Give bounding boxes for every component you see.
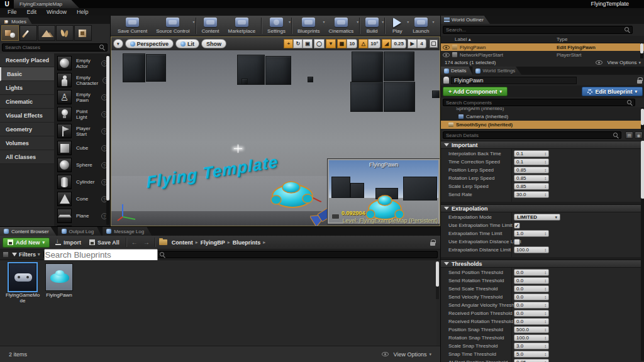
class-item-point-light[interactable]: Point Light? xyxy=(54,106,110,123)
scene-cube[interactable] xyxy=(265,56,291,85)
type-column-header[interactable]: Type xyxy=(557,36,567,42)
level-tab[interactable]: FlyingExampleMap xyxy=(14,0,79,8)
scene-cube[interactable] xyxy=(384,52,414,81)
scrollbar-thumb[interactable] xyxy=(640,43,643,53)
class-item-empty-character[interactable]: Empty Character? xyxy=(54,72,110,89)
chevron-down-icon[interactable]: ▾ xyxy=(357,19,358,24)
search-assets-input[interactable] xyxy=(44,249,158,261)
chevron-down-icon[interactable]: ▾ xyxy=(382,19,384,24)
section-header-important[interactable]: Important xyxy=(441,141,641,149)
breadcrumb-blueprints[interactable]: Blueprints xyxy=(231,239,262,246)
outliner-row-type[interactable]: Edit FlyingPawn xyxy=(557,45,644,50)
number-field-received-rotation-threshold[interactable]: 0.0↕ xyxy=(514,318,549,325)
tab-message-log[interactable]: Message Log xyxy=(103,227,152,236)
component-springarm[interactable]: SpringArm (Inherited) xyxy=(441,107,644,112)
scene-cube[interactable] xyxy=(432,90,440,98)
scrollbar-thumb[interactable] xyxy=(106,56,109,200)
spinner-icon[interactable]: ↕ xyxy=(545,352,547,356)
class-item-plane[interactable]: Plane? xyxy=(54,207,110,224)
category-geometry[interactable]: Geometry xyxy=(0,123,54,136)
number-field-extrapolation-time-limit[interactable]: 1.0↕ xyxy=(514,230,549,237)
component-smoothsync[interactable]: SmoothSync (Inherited) xyxy=(441,121,644,129)
sun-sprite-icon[interactable] xyxy=(234,145,242,153)
menu-edit[interactable]: Edit xyxy=(22,8,42,16)
toolbar-content-button[interactable]: Content xyxy=(197,16,224,36)
camera-mode-button[interactable]: Perspective xyxy=(125,39,174,48)
viewport-scene[interactable]: Flying Template xyxy=(111,50,440,226)
scrollbar-thumb[interactable] xyxy=(436,261,439,287)
class-list-scrollbar[interactable] xyxy=(106,55,109,225)
spinner-icon[interactable]: ↕ xyxy=(545,231,547,236)
world-local-toggle-button[interactable]: ◯ xyxy=(314,39,325,48)
spinner-icon[interactable]: ↕ xyxy=(545,311,547,315)
spinner-icon[interactable]: ↕ xyxy=(545,278,547,283)
breadcrumb-content[interactable]: Content xyxy=(170,239,194,246)
category-all-classes[interactable]: All Classes xyxy=(0,150,54,164)
mode-place-button[interactable] xyxy=(1,25,19,41)
search-details-input[interactable] xyxy=(443,133,611,138)
spinner-icon[interactable]: ↕ xyxy=(545,192,547,197)
back-button[interactable]: ← xyxy=(130,239,139,246)
toolbar-save-current-button[interactable]: Save Current xyxy=(113,16,152,36)
details-scrollbar[interactable] xyxy=(641,141,644,361)
tab-details[interactable]: Details xyxy=(441,67,472,75)
menu-file[interactable]: File xyxy=(3,8,22,16)
spinner-icon[interactable]: ↕ xyxy=(545,327,547,332)
edit-blueprint-button[interactable]: Edit Blueprint ▾ xyxy=(582,87,643,96)
mode-foliage-button[interactable] xyxy=(56,25,74,41)
scene-cube[interactable] xyxy=(242,79,248,85)
menu-window[interactable]: Window xyxy=(42,8,72,16)
asset-flyingpawn[interactable]: FlyingPawn xyxy=(42,263,77,298)
mode-geometry-button[interactable] xyxy=(74,25,92,41)
number-field-interpolation-back-time[interactable]: 0.1↕ xyxy=(514,150,549,157)
toolbar-launch-button[interactable]: ▾Launch xyxy=(408,16,433,36)
class-item-empty-actor[interactable]: Empty Actor? xyxy=(54,55,110,72)
class-item-player-start[interactable]: Player Start? xyxy=(54,123,110,140)
maximize-viewport-button[interactable] xyxy=(430,40,438,48)
viewport-options-button[interactable]: ▾ xyxy=(113,39,123,48)
category-recently-placed[interactable]: Recently Placed xyxy=(0,53,54,67)
outliner-row-networkplayerstart[interactable]: NetworkPlayerStartPlayerStart xyxy=(441,51,644,58)
show-flags-button[interactable]: Show xyxy=(201,39,226,48)
surface-snap-button[interactable]: ▼ xyxy=(326,39,336,48)
outliner-scrollbar[interactable] xyxy=(640,43,643,58)
assets-scrollbar[interactable] xyxy=(436,261,439,299)
section-header-extrapolation[interactable]: Extrapolation xyxy=(441,204,641,212)
grid-snap-value-button[interactable]: 10 xyxy=(347,39,357,48)
preview-pin-button[interactable] xyxy=(331,214,340,219)
scale-snap-toggle-button[interactable]: ◢ xyxy=(382,39,391,48)
display-filter-button[interactable]: ◉ xyxy=(635,131,643,139)
class-item-sphere[interactable]: Sphere? xyxy=(54,156,110,173)
number-field-send-position-threshold[interactable]: 0.0↕ xyxy=(514,269,549,276)
outliner-search-input[interactable] xyxy=(443,27,623,33)
chevron-down-icon[interactable]: ▾ xyxy=(432,19,434,24)
spinner-icon[interactable]: ↕ xyxy=(545,176,547,180)
tab-world-settings[interactable]: World Settings xyxy=(472,67,521,75)
sources-panel-toggle-icon[interactable] xyxy=(3,251,9,258)
checkbox-use-extrapolation-distance-limit[interactable] xyxy=(514,239,520,245)
camera-speed-icon[interactable]: ▶ xyxy=(408,39,417,48)
unreal-logo-icon[interactable]: U xyxy=(2,0,12,8)
number-field-rotation-lerp-speed[interactable]: 0.85↕ xyxy=(514,175,549,182)
toolbar-cinematics-button[interactable]: ▾Cinematics xyxy=(325,16,358,36)
eye-icon[interactable] xyxy=(443,53,450,57)
number-field-snap-time-threshold[interactable]: 5.0↕ xyxy=(514,351,549,358)
scene-cube[interactable] xyxy=(123,53,145,82)
scene-cube[interactable] xyxy=(384,82,415,112)
checkbox-use-extrapolation-time-limit[interactable]: ✓ xyxy=(514,222,520,229)
scale-tool-button[interactable]: ▣ xyxy=(303,39,313,48)
spinner-icon[interactable]: ↕ xyxy=(545,184,547,189)
translate-tool-button[interactable]: + xyxy=(284,39,293,48)
lock-icon[interactable] xyxy=(637,77,642,84)
toolbar-build-button[interactable]: ▾Build xyxy=(361,16,383,36)
category-lights[interactable]: Lights xyxy=(0,81,54,95)
class-item-empty-pawn[interactable]: Empty Pawn? xyxy=(54,89,110,106)
scene-cube[interactable] xyxy=(350,82,383,112)
label-column-header[interactable]: Label xyxy=(455,36,467,42)
asset-flyinggamemode[interactable]: FlyingGameMode xyxy=(5,263,40,304)
spinner-icon[interactable]: ↕ xyxy=(545,248,547,252)
class-item-cone[interactable]: Cone? xyxy=(54,190,110,207)
number-field-position-lerp-speed[interactable]: 0.85↕ xyxy=(514,167,549,173)
number-field-received-position-threshold[interactable]: 0.0↕ xyxy=(514,310,549,317)
spinner-icon[interactable]: ↕ xyxy=(545,270,547,275)
